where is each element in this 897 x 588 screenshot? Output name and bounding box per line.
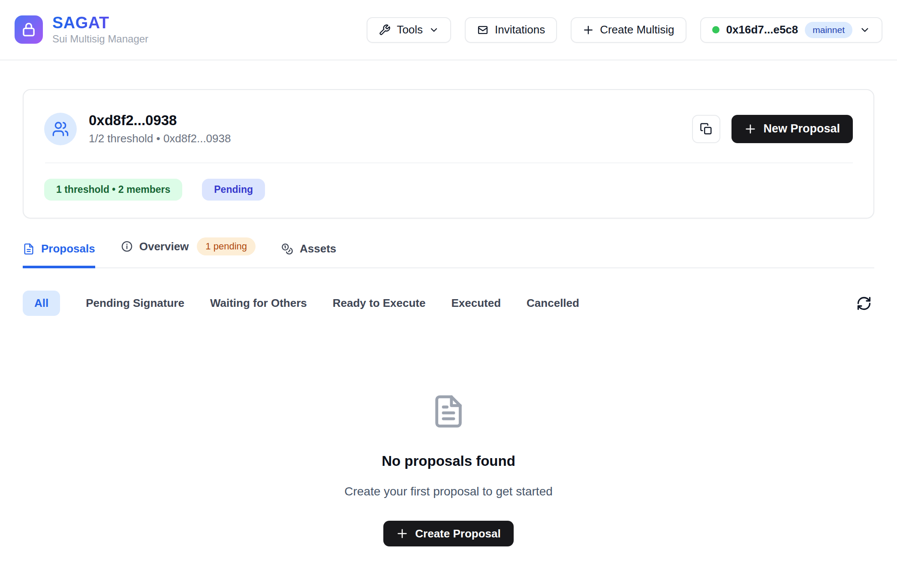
wallet-address: 0x16d7...e5c8 [726,23,798,36]
create-proposal-label: Create Proposal [415,527,500,540]
multisig-subtitle: 1/2 threshold • 0xd8f2...0938 [89,132,231,145]
multisig-titles: 0xd8f2...0938 1/2 threshold • 0xd8f2...0… [89,112,231,145]
create-multisig-button[interactable]: Create Multisig [571,17,686,43]
empty-state-subtitle: Create your first proposal to get starte… [344,485,553,498]
refresh-icon [856,296,872,311]
new-proposal-label: New Proposal [763,122,840,135]
proposal-filters: All Pending Signature Waiting for Others… [23,291,874,316]
tab-overview-label: Overview [139,240,189,253]
mail-icon [477,24,489,36]
filter-list: All Pending Signature Waiting for Others… [23,291,854,316]
filter-all[interactable]: All [23,291,60,316]
filter-pending-signature[interactable]: Pending Signature [86,291,184,316]
coins-icon [281,243,293,255]
plus-icon [396,528,408,540]
create-multisig-label: Create Multisig [600,23,674,36]
app-subtitle: Sui Multisig Manager [52,33,148,45]
chevron-down-icon [859,24,870,36]
multisig-card: 0xd8f2...0938 1/2 threshold • 0xd8f2...0… [23,89,874,219]
plus-icon [744,123,756,135]
empty-state-title: No proposals found [382,453,515,469]
multisig-identity: 0xd8f2...0938 1/2 threshold • 0xd8f2...0… [44,112,231,145]
new-proposal-button[interactable]: New Proposal [731,115,853,143]
plus-icon [583,24,594,36]
app-title: SAGAT [52,15,148,32]
tab-overview[interactable]: Overview 1 pending [121,237,256,268]
copy-icon [700,123,713,135]
tools-label: Tools [397,23,423,36]
filter-executed[interactable]: Executed [451,291,501,316]
app-logo [15,15,43,44]
multisig-card-header: 0xd8f2...0938 1/2 threshold • 0xd8f2...0… [44,112,853,145]
create-proposal-button[interactable]: Create Proposal [383,521,513,546]
filter-waiting-for-others[interactable]: Waiting for Others [210,291,307,316]
document-icon [431,392,466,431]
multisig-avatar [44,113,77,145]
empty-state: No proposals found Create your first pro… [23,392,874,546]
filter-cancelled[interactable]: Cancelled [527,291,579,316]
tab-bar: Proposals Overview 1 pending [23,237,874,268]
pending-count-badge: 1 pending [197,237,256,255]
chevron-down-icon [429,25,439,35]
tab-proposals-label: Proposals [41,242,95,255]
header-actions: Tools Invitations Create M [367,17,882,43]
membership-badge: 1 threshold • 2 members [44,179,182,201]
multisig-badges: 1 threshold • 2 members Pending [44,179,853,201]
wallet-selector[interactable]: 0x16d7...e5c8 mainnet [700,17,882,43]
brand-text: SAGAT Sui Multisig Manager [52,15,148,45]
online-status-dot [712,26,719,33]
card-divider [45,162,853,163]
wrench-icon [379,24,391,36]
multisig-title: 0xd8f2...0938 [89,112,231,129]
brand: SAGAT Sui Multisig Manager [15,15,148,45]
refresh-button[interactable] [854,293,874,314]
invitations-button[interactable]: Invitations [465,17,557,43]
filter-ready-to-execute[interactable]: Ready to Execute [333,291,426,316]
copy-address-button[interactable] [692,115,720,143]
file-text-icon [23,243,35,255]
users-icon [52,120,69,138]
network-badge: mainnet [805,22,852,38]
tab-assets[interactable]: Assets [281,242,336,268]
tab-proposals[interactable]: Proposals [23,242,95,268]
multisig-actions: New Proposal [692,115,853,143]
main-content: 0xd8f2...0938 1/2 threshold • 0xd8f2...0… [0,89,897,546]
info-icon [121,240,133,252]
tab-assets-label: Assets [300,242,336,255]
app-header: SAGAT Sui Multisig Manager Tools [0,0,897,60]
status-badge: Pending [202,179,265,201]
tools-button[interactable]: Tools [367,17,451,43]
invitations-label: Invitations [495,23,545,36]
lock-icon [21,21,36,38]
